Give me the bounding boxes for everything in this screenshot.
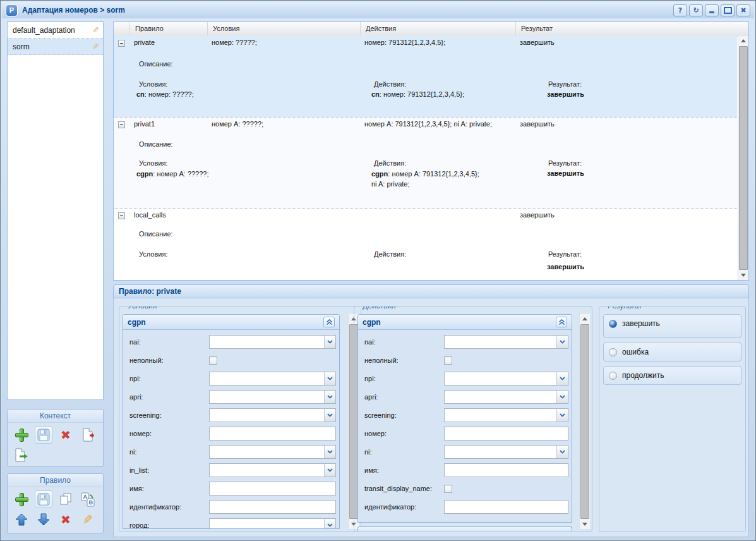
combo-trigger[interactable] bbox=[556, 336, 568, 348]
screening-combobox[interactable] bbox=[209, 408, 336, 422]
npi-combobox[interactable] bbox=[444, 372, 568, 386]
context-import-button[interactable] bbox=[79, 426, 97, 444]
combo-trigger[interactable] bbox=[556, 391, 568, 403]
column-header-actions[interactable]: Действия bbox=[361, 22, 516, 35]
combo-trigger[interactable] bbox=[556, 446, 568, 458]
number-input[interactable] bbox=[209, 427, 336, 441]
cgpn-panel-header[interactable]: cgpn bbox=[358, 315, 572, 330]
screening-combobox[interactable] bbox=[444, 408, 568, 422]
ni-combobox[interactable] bbox=[444, 445, 568, 459]
grid-row-local-calls[interactable]: local_calls завершить Описание: Условия:… bbox=[114, 208, 737, 276]
context-export-button[interactable] bbox=[13, 446, 30, 464]
name-input[interactable] bbox=[444, 463, 568, 477]
radio-checked-icon[interactable] bbox=[609, 320, 617, 328]
apri-input[interactable] bbox=[445, 391, 556, 403]
result-option-finish[interactable]: завершить bbox=[603, 314, 741, 338]
scroll-up-button[interactable] bbox=[738, 36, 748, 46]
collapse-panel-button[interactable] bbox=[556, 317, 567, 327]
rule-rename-button[interactable]: AB bbox=[79, 490, 97, 508]
minimize-button[interactable] bbox=[705, 4, 719, 16]
rule-copy-button[interactable] bbox=[57, 490, 75, 508]
name-input[interactable] bbox=[209, 482, 336, 495]
ni-input[interactable] bbox=[210, 446, 324, 458]
rule-edit-button[interactable]: ✎ bbox=[79, 511, 97, 528]
combo-trigger[interactable] bbox=[324, 409, 335, 422]
next-group-panel-header[interactable] bbox=[357, 526, 572, 532]
npi-combobox[interactable] bbox=[209, 372, 336, 386]
number-input[interactable] bbox=[444, 427, 568, 441]
apri-combobox[interactable] bbox=[209, 390, 336, 404]
column-header-result[interactable]: Результат bbox=[516, 22, 748, 35]
transit-display-name-checkbox[interactable] bbox=[444, 485, 452, 493]
rule-move-down-button[interactable] bbox=[35, 511, 52, 528]
radio-icon[interactable] bbox=[609, 372, 617, 380]
nai-input[interactable] bbox=[210, 336, 324, 348]
city-combobox[interactable] bbox=[209, 518, 336, 529]
combo-trigger[interactable] bbox=[324, 336, 335, 348]
edit-pencil-icon[interactable]: ✎ bbox=[92, 25, 99, 35]
actions-scrollbar[interactable] bbox=[579, 314, 590, 529]
combo-trigger[interactable] bbox=[324, 519, 335, 529]
row-collapse-icon[interactable] bbox=[118, 40, 125, 47]
ni-input[interactable] bbox=[445, 446, 556, 458]
list-item-default-adaptation[interactable]: default_adaptation ✎ bbox=[8, 22, 103, 39]
npi-input[interactable] bbox=[445, 372, 556, 385]
close-button[interactable]: ✖ bbox=[736, 4, 750, 16]
scroll-down-button[interactable] bbox=[738, 270, 748, 280]
incomplete-checkbox[interactable] bbox=[444, 356, 452, 365]
combo-trigger[interactable] bbox=[556, 372, 568, 385]
radio-icon[interactable] bbox=[609, 348, 617, 356]
edit-pencil-icon[interactable]: ✎ bbox=[92, 42, 99, 51]
context-panel: Контекст ✖ bbox=[7, 409, 104, 467]
combo-trigger[interactable] bbox=[324, 464, 335, 477]
apri-combobox[interactable] bbox=[444, 390, 568, 404]
screening-input[interactable] bbox=[210, 409, 324, 422]
apri-input[interactable] bbox=[210, 391, 324, 403]
result-option-error[interactable]: ошибка bbox=[603, 343, 741, 362]
scrollbar-thumb[interactable] bbox=[739, 46, 748, 270]
grid-vertical-scrollbar[interactable] bbox=[738, 36, 748, 280]
context-add-button[interactable] bbox=[13, 426, 30, 444]
npi-input[interactable] bbox=[210, 372, 324, 385]
scroll-down-button[interactable] bbox=[580, 520, 590, 529]
scrollbar-thumb[interactable] bbox=[580, 324, 589, 519]
in-list-combobox[interactable] bbox=[209, 463, 336, 477]
identifier-input[interactable] bbox=[209, 500, 336, 514]
incomplete-checkbox[interactable] bbox=[209, 356, 217, 365]
combo-trigger[interactable] bbox=[324, 372, 335, 385]
scroll-up-button[interactable] bbox=[580, 314, 590, 324]
grid-row-private[interactable]: private номер: ?????; номер: 791312{1,2,… bbox=[114, 36, 737, 117]
list-item-sorm[interactable]: sorm ✎ bbox=[8, 39, 103, 55]
help-button[interactable]: ? bbox=[673, 4, 687, 16]
nai-combobox[interactable] bbox=[444, 335, 568, 349]
chevron-down-icon bbox=[327, 377, 333, 380]
refresh-button[interactable]: ↻ bbox=[689, 4, 703, 16]
column-header-rule[interactable]: Правило bbox=[130, 22, 208, 35]
identifier-input[interactable] bbox=[444, 500, 568, 514]
collapse-panel-button[interactable] bbox=[323, 317, 335, 327]
rule-add-button[interactable] bbox=[13, 490, 30, 508]
triangle-down-icon bbox=[582, 523, 587, 526]
context-save-button[interactable] bbox=[35, 426, 52, 444]
window-title: Адаптация номеров > sorm bbox=[22, 6, 125, 15]
rule-delete-button[interactable]: ✖ bbox=[57, 511, 75, 528]
screening-input[interactable] bbox=[445, 409, 556, 422]
row-collapse-icon[interactable] bbox=[118, 121, 125, 128]
row-collapse-icon[interactable] bbox=[118, 212, 125, 219]
cgpn-panel-header[interactable]: cgpn bbox=[123, 315, 339, 330]
maximize-button[interactable] bbox=[721, 4, 735, 16]
context-delete-button[interactable]: ✖ bbox=[57, 426, 75, 444]
nai-input[interactable] bbox=[445, 336, 556, 348]
rule-save-button[interactable] bbox=[35, 490, 52, 508]
rule-move-up-button[interactable] bbox=[13, 511, 30, 528]
combo-trigger[interactable] bbox=[556, 409, 568, 422]
in-list-input[interactable] bbox=[210, 464, 324, 477]
column-header-conditions[interactable]: Условия bbox=[208, 22, 361, 35]
combo-trigger[interactable] bbox=[324, 391, 335, 403]
city-input[interactable] bbox=[210, 519, 324, 529]
grid-row-privat1[interactable]: privat1 номер А: ?????; номер А: 791312{… bbox=[114, 117, 737, 209]
combo-trigger[interactable] bbox=[324, 446, 335, 458]
ni-combobox[interactable] bbox=[209, 445, 336, 459]
nai-combobox[interactable] bbox=[209, 335, 336, 349]
result-option-continue[interactable]: продолжить bbox=[603, 366, 741, 385]
